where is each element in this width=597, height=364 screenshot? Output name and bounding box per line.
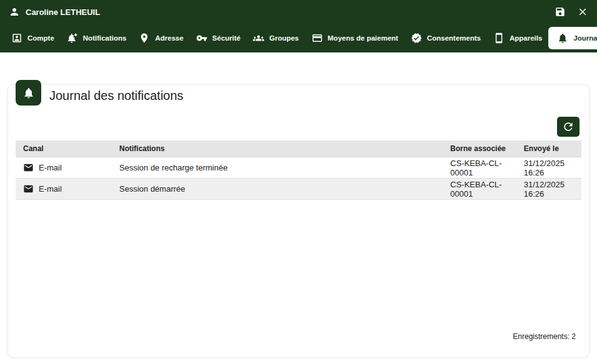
column-header-envoye: Envoyé le <box>516 140 581 157</box>
refresh-button[interactable] <box>557 117 580 137</box>
people-group-icon <box>253 32 264 44</box>
tabbar: Compte Notifications Adresse Sécurité Gr… <box>0 24 597 52</box>
user-info: Caroline LETHEUIL <box>9 6 100 17</box>
key-icon <box>196 32 207 44</box>
tab-securite[interactable]: Sécurité <box>190 27 247 49</box>
page-title: Journal des notifications <box>49 89 184 103</box>
close-icon <box>577 6 588 17</box>
tab-journal[interactable]: Journal <box>548 27 597 49</box>
credit-card-icon <box>312 32 323 44</box>
station-label: CS-KEBA-CL-00001 <box>443 157 516 179</box>
account-box-icon <box>11 32 22 44</box>
notification-add-icon <box>67 32 78 44</box>
smartphone-icon <box>493 32 505 44</box>
save-button[interactable] <box>555 6 566 17</box>
verified-badge-icon <box>411 32 422 44</box>
tab-label: Moyens de paiement <box>328 34 398 42</box>
column-header-borne: Borne associée <box>443 140 516 157</box>
tab-moyens-de-paiement[interactable]: Moyens de paiement <box>305 27 405 49</box>
tab-notifications[interactable]: Notifications <box>61 27 133 49</box>
notification-label: Session démarrée <box>112 179 443 200</box>
email-icon <box>23 184 34 194</box>
journal-card: Journal des notifications Canal Notifica… <box>7 84 590 358</box>
main-content: Journal des notifications Canal Notifica… <box>0 52 597 364</box>
bell-icon <box>16 80 41 106</box>
sent-at-label: 31/12/2025 16:26 <box>516 179 581 200</box>
email-icon <box>23 162 34 173</box>
column-header-canal: Canal <box>16 140 112 157</box>
channel-cell: E-mail <box>23 162 104 173</box>
user-name: Caroline LETHEUIL <box>26 7 100 17</box>
tab-adresse[interactable]: Adresse <box>132 27 189 49</box>
save-icon <box>555 6 566 17</box>
tab-label: Notifications <box>83 34 127 42</box>
tab-compte[interactable]: Compte <box>5 27 61 49</box>
tab-consentements[interactable]: Consentements <box>405 27 487 49</box>
app-window: Caroline LETHEUIL Compte <box>0 0 597 364</box>
card-header: Journal des notifications <box>8 80 589 106</box>
tab-label: Sécurité <box>212 34 240 42</box>
station-label: CS-KEBA-CL-00001 <box>443 179 516 200</box>
table-row[interactable]: E-mail Session démarrée CS-KEBA-CL-00001… <box>16 179 581 200</box>
table-header-row: Canal Notifications Borne associée Envoy… <box>16 140 581 157</box>
channel-label: E-mail <box>39 184 62 194</box>
tab-label: Adresse <box>155 34 183 42</box>
tab-label: Consentements <box>427 34 481 42</box>
tab-groupes[interactable]: Groupes <box>247 27 305 49</box>
channel-cell: E-mail <box>23 184 104 194</box>
tab-label: Compte <box>27 34 54 42</box>
sent-at-label: 31/12/2025 16:26 <box>516 157 581 179</box>
column-header-notifications: Notifications <box>112 140 443 157</box>
records-count: Enregistrements: 2 <box>513 332 576 341</box>
tab-label: Groupes <box>269 34 298 42</box>
close-button[interactable] <box>577 6 588 17</box>
titlebar: Caroline LETHEUIL <box>0 0 597 24</box>
bell-icon <box>557 32 568 44</box>
table-row[interactable]: E-mail Session de recharge terminée CS-K… <box>16 157 581 179</box>
tab-label: Appareils <box>510 34 542 42</box>
titlebar-actions <box>555 6 588 17</box>
person-icon <box>9 6 20 17</box>
tab-label: Journal <box>573 34 597 42</box>
location-pin-icon <box>139 32 150 44</box>
channel-label: E-mail <box>39 163 62 172</box>
toolbar <box>8 117 589 137</box>
notifications-table: Canal Notifications Borne associée Envoy… <box>16 140 581 200</box>
refresh-icon <box>562 121 575 133</box>
notification-label: Session de recharge terminée <box>112 157 443 179</box>
tab-appareils[interactable]: Appareils <box>487 27 548 49</box>
